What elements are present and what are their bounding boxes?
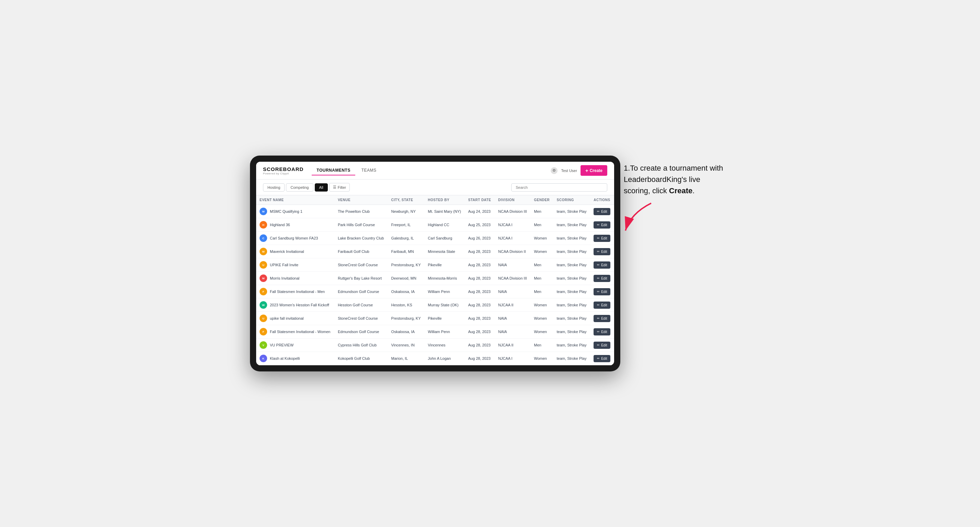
user-label: Test User: [561, 168, 577, 173]
edit-button[interactable]: Edit: [593, 221, 610, 229]
event-name-text: 2023 Women's Hesston Fall Kickoff: [270, 303, 329, 307]
event-name-text: VU PREVIEW: [270, 343, 294, 347]
cell-venue: StoneCrest Golf Course: [334, 312, 388, 325]
cell-scoring: team, Stroke Play: [554, 338, 590, 352]
cell-hosted-by: Pikeville: [425, 258, 465, 272]
cell-city: Newburgh, NY: [388, 205, 425, 218]
edit-button[interactable]: Edit: [593, 315, 610, 322]
edit-button[interactable]: Edit: [593, 355, 610, 362]
cell-scoring: team, Stroke Play: [554, 352, 590, 365]
cell-scoring: team, Stroke Play: [554, 258, 590, 272]
all-filter-btn[interactable]: All: [315, 183, 328, 192]
col-city: CITY, STATE: [388, 195, 425, 205]
cell-actions: Edit: [590, 325, 614, 338]
cell-venue: Edmundson Golf Course: [334, 325, 388, 338]
team-logo: M: [259, 248, 267, 255]
cell-actions: Edit: [590, 298, 614, 312]
header-right: ⚙ Test User Create: [551, 165, 607, 176]
tab-teams[interactable]: TEAMS: [356, 166, 381, 175]
filter-icon-label: Filter: [338, 186, 346, 189]
table-row: M MSMC Qualifying 1 The Powelton Club Ne…: [256, 205, 614, 218]
cell-actions: Edit: [590, 232, 614, 245]
cell-start-date: Aug 25, 2023: [465, 218, 495, 232]
edit-button[interactable]: Edit: [593, 208, 610, 215]
edit-button[interactable]: Edit: [593, 288, 610, 295]
cell-event-name: M Maverick Invitational: [256, 245, 334, 258]
event-name-text: Carl Sandburg Women FA23: [270, 236, 318, 240]
settings-icon[interactable]: ⚙: [551, 167, 558, 174]
col-venue: VENUE: [334, 195, 388, 205]
header-left: SCOREBOARD Powered by Clippit TOURNAMENT…: [263, 166, 381, 175]
cell-gender: Women: [530, 325, 553, 338]
cell-hosted-by: Pikeville: [425, 312, 465, 325]
cell-actions: Edit: [590, 205, 614, 218]
cell-gender: Women: [530, 245, 553, 258]
col-hosted-by: HOSTED BY: [425, 195, 465, 205]
cell-venue: StoneCrest Golf Course: [334, 258, 388, 272]
cell-scoring: team, Stroke Play: [554, 218, 590, 232]
tournaments-table: EVENT NAME VENUE CITY, STATE HOSTED BY S…: [256, 195, 614, 365]
competing-filter-btn[interactable]: Competing: [286, 183, 313, 192]
event-name-text: Klash at Kokopelli: [270, 356, 300, 360]
edit-button[interactable]: Edit: [593, 328, 610, 335]
cell-division: NAIA: [495, 258, 531, 272]
tab-tournaments[interactable]: TOURNAMENTS: [312, 166, 355, 175]
cell-gender: Men: [530, 272, 553, 285]
team-logo: V: [259, 341, 267, 349]
team-logo: C: [259, 234, 267, 242]
edit-button[interactable]: Edit: [593, 248, 610, 255]
cell-gender: Men: [530, 205, 553, 218]
cell-city: Hesston, KS: [388, 298, 425, 312]
search-input[interactable]: [511, 183, 607, 192]
table-row: F Fall Statesmen Invitational - Women Ed…: [256, 325, 614, 338]
cell-venue: Edmundson Golf Course: [334, 285, 388, 298]
table-row: M Morris Invitational Ruttger's Bay Lake…: [256, 272, 614, 285]
cell-venue: Hesston Golf Course: [334, 298, 388, 312]
cell-hosted-by: John A Logan: [425, 352, 465, 365]
cell-event-name: K Klash at Kokopelli: [256, 352, 334, 365]
cell-scoring: team, Stroke Play: [554, 245, 590, 258]
edit-button[interactable]: Edit: [593, 235, 610, 242]
cell-actions: Edit: [590, 312, 614, 325]
col-event-name: EVENT NAME: [256, 195, 334, 205]
cell-start-date: Aug 28, 2023: [465, 285, 495, 298]
cell-event-name: V VU PREVIEW: [256, 338, 334, 352]
hosting-filter-btn[interactable]: Hosting: [263, 183, 285, 192]
tablet-screen: SCOREBOARD Powered by Clippit TOURNAMENT…: [256, 162, 614, 365]
cell-start-date: Aug 28, 2023: [465, 325, 495, 338]
cell-event-name: F Fall Statesmen Invitational - Women: [256, 325, 334, 338]
cell-event-name: C Carl Sandburg Women FA23: [256, 232, 334, 245]
cell-start-date: Aug 28, 2023: [465, 245, 495, 258]
edit-button[interactable]: Edit: [593, 275, 610, 282]
team-logo: F: [259, 328, 267, 335]
cell-gender: Women: [530, 298, 553, 312]
table-row: U upike fall invitational StoneCrest Gol…: [256, 312, 614, 325]
cell-start-date: Aug 24, 2023: [465, 205, 495, 218]
cell-venue: The Powelton Club: [334, 205, 388, 218]
cell-city: Vincennes, IN: [388, 338, 425, 352]
cell-event-name: U upike fall invitational: [256, 312, 334, 325]
edit-button[interactable]: Edit: [593, 302, 610, 309]
cell-actions: Edit: [590, 338, 614, 352]
cell-hosted-by: Minnesota State: [425, 245, 465, 258]
team-logo: U: [259, 261, 267, 269]
cell-actions: Edit: [590, 218, 614, 232]
edit-button[interactable]: Edit: [593, 262, 610, 269]
cell-event-name: M MSMC Qualifying 1: [256, 205, 334, 218]
create-button[interactable]: Create: [581, 165, 607, 176]
filter-icon-btn[interactable]: ☰ Filter: [329, 183, 350, 192]
event-name-text: UPIKE Fall Invite: [270, 263, 298, 267]
cell-hosted-by: Vincennes: [425, 338, 465, 352]
cell-division: NJCAA I: [495, 218, 531, 232]
event-name-text: MSMC Qualifying 1: [270, 210, 302, 213]
table-row: U UPIKE Fall Invite StoneCrest Golf Cour…: [256, 258, 614, 272]
cell-gender: Women: [530, 352, 553, 365]
cell-city: Prestonsburg, KY: [388, 258, 425, 272]
edit-button[interactable]: Edit: [593, 341, 610, 349]
event-name-text: Fall Statesmen Invitational - Men: [270, 289, 325, 294]
col-actions: ACTIONS: [590, 195, 614, 205]
cell-venue: Park Hills Golf Course: [334, 218, 388, 232]
cell-start-date: Aug 28, 2023: [465, 272, 495, 285]
cell-event-name: H Highland 36: [256, 218, 334, 232]
col-scoring: SCORING: [554, 195, 590, 205]
